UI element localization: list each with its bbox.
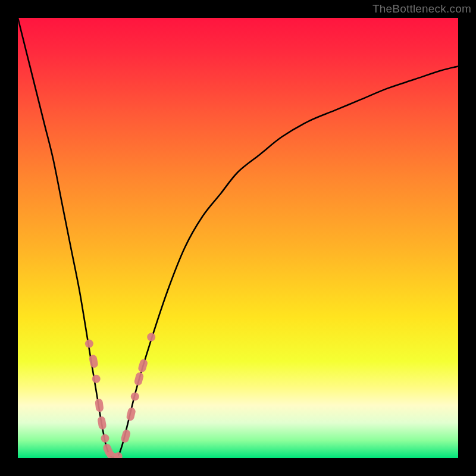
highlight-pill bbox=[95, 398, 104, 412]
highlight-pill bbox=[89, 354, 99, 368]
highlight-dot bbox=[114, 452, 123, 458]
bottleneck-curve bbox=[18, 18, 458, 458]
chart-svg bbox=[18, 18, 458, 458]
highlight-pill bbox=[133, 372, 144, 387]
highlight-pill bbox=[97, 416, 107, 430]
highlight-dot bbox=[101, 434, 109, 443]
highlight-pill bbox=[137, 358, 149, 373]
chart-frame: TheBottleneck.com bbox=[0, 0, 476, 476]
highlight-dot bbox=[85, 340, 93, 348]
highlight-dot bbox=[92, 375, 101, 383]
highlight-dot bbox=[147, 333, 155, 342]
plot-area bbox=[18, 18, 458, 458]
highlighted-points bbox=[85, 333, 155, 459]
highlight-pill bbox=[126, 407, 136, 421]
highlight-pill bbox=[120, 429, 131, 444]
watermark-label: TheBottleneck.com bbox=[372, 2, 471, 15]
highlight-dot bbox=[131, 392, 139, 400]
